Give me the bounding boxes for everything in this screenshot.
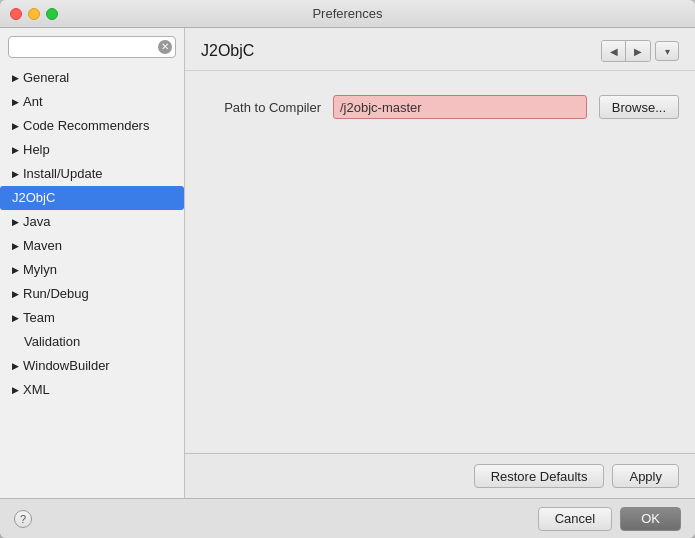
window-title: Preferences [312, 6, 382, 21]
sidebar: ✕ ▶ General▶ Ant▶ Code Recommenders▶ Hel… [0, 28, 185, 498]
arrow-icon: ▶ [12, 356, 19, 376]
main-section-title: J2ObjC [201, 42, 254, 60]
ok-button[interactable]: OK [620, 507, 681, 531]
path-compiler-label: Path to Compiler [201, 100, 321, 115]
sidebar-item-label: Mylyn [23, 260, 57, 280]
arrow-icon: ▶ [12, 260, 19, 280]
arrow-icon: ▶ [12, 164, 19, 184]
sidebar-item-java[interactable]: ▶ Java [0, 210, 184, 234]
minimize-button[interactable] [28, 8, 40, 20]
sidebar-item-general[interactable]: ▶ General [0, 66, 184, 90]
sidebar-item-help[interactable]: ▶ Help [0, 138, 184, 162]
sidebar-item-team[interactable]: ▶ Team [0, 306, 184, 330]
dropdown-button[interactable]: ▾ [655, 41, 679, 61]
sidebar-item-label: Java [23, 212, 50, 232]
back-forward-group: ◀ ▶ [601, 40, 651, 62]
arrow-icon: ▶ [12, 284, 19, 304]
sidebar-item-maven[interactable]: ▶ Maven [0, 234, 184, 258]
path-compiler-row: Path to Compiler Browse... [201, 95, 679, 119]
maximize-button[interactable] [46, 8, 58, 20]
sidebar-item-label: WindowBuilder [23, 356, 110, 376]
search-input[interactable] [8, 36, 176, 58]
apply-button[interactable]: Apply [612, 464, 679, 488]
arrow-icon: ▶ [12, 140, 19, 160]
sidebar-item-install-update[interactable]: ▶ Install/Update [0, 162, 184, 186]
title-bar: Preferences [0, 0, 695, 28]
content-area: ✕ ▶ General▶ Ant▶ Code Recommenders▶ Hel… [0, 28, 695, 498]
sidebar-item-label: XML [23, 380, 50, 400]
search-box: ✕ [8, 36, 176, 58]
sidebar-item-window-builder[interactable]: ▶ WindowBuilder [0, 354, 184, 378]
traffic-lights [10, 8, 58, 20]
forward-button[interactable]: ▶ [626, 41, 650, 61]
arrow-icon: ▶ [12, 92, 19, 112]
browse-button[interactable]: Browse... [599, 95, 679, 119]
search-clear-button[interactable]: ✕ [158, 40, 172, 54]
header-nav: ◀ ▶ ▾ [601, 40, 679, 62]
compiler-path-input[interactable] [333, 95, 587, 119]
sidebar-item-label: Code Recommenders [23, 116, 149, 136]
arrow-icon: ▶ [12, 308, 19, 328]
sidebar-item-validation[interactable]: Validation [0, 330, 184, 354]
sidebar-item-j2objc[interactable]: J2ObjC [0, 186, 184, 210]
bottom-bar: Restore Defaults Apply [185, 453, 695, 498]
sidebar-item-label: General [23, 68, 69, 88]
back-button[interactable]: ◀ [602, 41, 626, 61]
footer-bar: ? Cancel OK [0, 498, 695, 538]
restore-defaults-button[interactable]: Restore Defaults [474, 464, 605, 488]
sidebar-item-xml[interactable]: ▶ XML [0, 378, 184, 402]
sidebar-item-label: Maven [23, 236, 62, 256]
arrow-icon: ▶ [12, 68, 19, 88]
sidebar-item-code-recommenders[interactable]: ▶ Code Recommenders [0, 114, 184, 138]
close-button[interactable] [10, 8, 22, 20]
main-area: J2ObjC ◀ ▶ ▾ Path to Compiler Browse... [185, 28, 695, 498]
sidebar-items: ▶ General▶ Ant▶ Code Recommenders▶ Help▶… [0, 66, 184, 490]
sidebar-item-label: J2ObjC [12, 188, 55, 208]
footer-buttons: Cancel OK [538, 507, 681, 531]
sidebar-item-ant[interactable]: ▶ Ant [0, 90, 184, 114]
sidebar-item-label: Validation [24, 332, 80, 352]
arrow-icon: ▶ [12, 380, 19, 400]
arrow-icon: ▶ [12, 236, 19, 256]
sidebar-item-label: Install/Update [23, 164, 103, 184]
sidebar-item-mylyn[interactable]: ▶ Mylyn [0, 258, 184, 282]
sidebar-item-run-debug[interactable]: ▶ Run/Debug [0, 282, 184, 306]
arrow-icon: ▶ [12, 116, 19, 136]
arrow-icon: ▶ [12, 212, 19, 232]
help-button[interactable]: ? [14, 510, 32, 528]
sidebar-item-label: Run/Debug [23, 284, 89, 304]
main-content: Path to Compiler Browse... [185, 71, 695, 453]
sidebar-item-label: Help [23, 140, 50, 160]
sidebar-item-label: Ant [23, 92, 43, 112]
main-header: J2ObjC ◀ ▶ ▾ [185, 28, 695, 71]
cancel-button[interactable]: Cancel [538, 507, 612, 531]
sidebar-item-label: Team [23, 308, 55, 328]
preferences-window: Preferences ✕ ▶ General▶ Ant▶ Code Recom… [0, 0, 695, 538]
